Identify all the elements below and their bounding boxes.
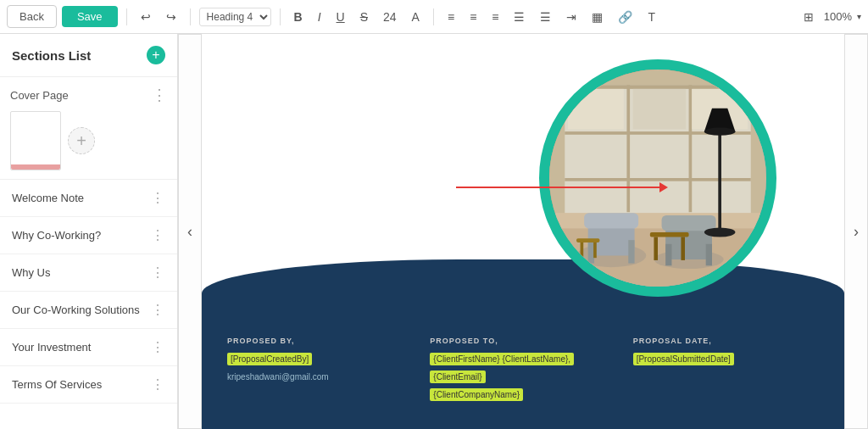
chevron-right-icon: › — [854, 223, 859, 241]
redo-button[interactable]: ↪ — [161, 7, 181, 27]
indent-button[interactable]: ⇥ — [561, 7, 581, 27]
heading-type-select[interactable]: Heading 4 — [199, 8, 271, 26]
svg-rect-31 — [593, 242, 597, 258]
arrow-line — [456, 187, 659, 188]
creator-email: kripeshadwani@gmail.com — [227, 372, 329, 382]
svg-rect-15 — [588, 240, 594, 263]
svg-rect-28 — [681, 237, 685, 259]
svg-rect-22 — [718, 131, 721, 232]
proposal-created-by-field[interactable]: [ProposalCreatedBy] — [227, 353, 312, 365]
align-left-button[interactable]: ≡ — [442, 7, 459, 27]
red-arrow — [456, 182, 668, 192]
add-page-button[interactable]: + — [68, 127, 95, 154]
sidebar-title: Sections List — [12, 48, 91, 63]
client-name-field[interactable]: {ClientFirstName} {ClientLastName}, — [430, 353, 574, 365]
main-layout: Sections List + Cover Page ⋮ + Welcome N… — [0, 34, 868, 429]
svg-rect-2 — [565, 85, 750, 89]
doc-page: PROPOSED BY, [ProposalCreatedBy] kripesh… — [202, 34, 844, 429]
sidebar: Sections List + Cover Page ⋮ + Welcome N… — [0, 34, 178, 429]
add-section-button[interactable]: + — [147, 46, 165, 64]
svg-rect-11 — [549, 213, 766, 228]
canvas-area: ‹ — [178, 34, 868, 429]
svg-rect-6 — [689, 85, 693, 212]
cover-more-icon[interactable]: ⋮ — [152, 86, 167, 104]
bold-button[interactable]: B — [289, 7, 308, 27]
circle-interior — [549, 70, 766, 287]
svg-rect-4 — [565, 178, 750, 181]
toolbar-divider-1 — [126, 8, 127, 25]
align-center-button[interactable]: ≡ — [465, 7, 481, 27]
cover-thumbnail[interactable] — [10, 111, 61, 170]
sidebar-item-menu-icon[interactable]: ⋮ — [151, 190, 165, 206]
canvas-page: PROPOSED BY, [ProposalCreatedBy] kripesh… — [202, 34, 844, 429]
sidebar-item-menu-icon[interactable]: ⋮ — [151, 302, 165, 318]
sidebar-item-menu-icon[interactable]: ⋮ — [151, 339, 165, 355]
cover-section: Cover Page ⋮ + — [0, 77, 177, 180]
svg-point-24 — [704, 128, 736, 136]
sidebar-item-welcome-note[interactable]: Welcome Note ⋮ — [0, 180, 177, 217]
top-toolbar: Back Save ↩ ↪ Heading 4 B I U S 24 A ≡ ≡… — [0, 0, 868, 34]
section-list: Welcome Note ⋮ Why Co-Working? ⋮ Why Us … — [0, 180, 177, 404]
svg-rect-7 — [568, 89, 624, 130]
sidebar-item-label: Terms Of Services — [12, 378, 102, 391]
toolbar-divider-4 — [433, 8, 434, 25]
sidebar-item-your-investment[interactable]: Your Investment ⋮ — [0, 329, 177, 366]
sidebar-item-terms-of-services[interactable]: Terms Of Services ⋮ — [0, 366, 177, 404]
next-page-button[interactable]: › — [844, 34, 868, 429]
strikethrough-button[interactable]: S — [355, 7, 373, 27]
sidebar-item-menu-icon[interactable]: ⋮ — [151, 376, 165, 393]
svg-rect-19 — [662, 215, 716, 231]
underline-button[interactable]: U — [331, 7, 350, 27]
list-button[interactable]: ☰ — [509, 7, 530, 27]
chevron-left-icon: ‹ — [187, 223, 192, 241]
sidebar-item-why-co-working[interactable]: Why Co-Working? ⋮ — [0, 217, 177, 254]
bottom-content: PROPOSED BY, [ProposalCreatedBy] kripesh… — [202, 320, 844, 421]
proposed-by-label: PROPOSED BY, — [227, 337, 413, 345]
sidebar-item-label: Welcome Note — [12, 192, 84, 204]
svg-rect-8 — [633, 89, 686, 130]
toolbar-right: ⊞ 100% ▾ — [798, 7, 861, 27]
toolbar-divider-2 — [190, 8, 191, 25]
cover-thumbs: + — [10, 111, 167, 170]
sidebar-item-why-us[interactable]: Why Us ⋮ — [0, 254, 177, 292]
svg-rect-26 — [650, 232, 689, 237]
svg-rect-29 — [576, 238, 599, 242]
client-email-field[interactable]: {ClientEmail} — [430, 370, 485, 383]
save-button[interactable]: Save — [62, 6, 118, 27]
proposed-to-label: PROPOSED To, — [430, 337, 615, 345]
font-size-button[interactable]: 24 — [378, 7, 402, 27]
svg-rect-27 — [654, 237, 658, 259]
svg-rect-5 — [626, 85, 630, 212]
italic-button[interactable]: I — [313, 7, 326, 27]
sidebar-item-menu-icon[interactable]: ⋮ — [151, 265, 165, 281]
svg-rect-21 — [706, 244, 712, 266]
zoom-label: 100% — [824, 10, 852, 23]
zoom-chevron-icon[interactable]: ▾ — [857, 12, 861, 21]
cover-label: Cover Page ⋮ — [10, 86, 167, 104]
proposal-date-field[interactable]: [ProposalSubmittedDate] — [633, 353, 734, 365]
text-button[interactable]: T — [643, 7, 660, 27]
prev-page-button[interactable]: ‹ — [178, 34, 202, 429]
proposed-to-column: PROPOSED To, {ClientFirstName} {ClientLa… — [430, 337, 615, 404]
toolbar-divider-3 — [280, 8, 281, 25]
svg-rect-30 — [581, 242, 584, 258]
proposal-date-column: PROPOSAL DATE, [ProposalSubmittedDate] — [633, 337, 819, 404]
sidebar-item-label: Why Co-Working? — [12, 229, 101, 242]
svg-rect-20 — [665, 244, 671, 266]
proposed-by-column: PROPOSED BY, [ProposalCreatedBy] kripesh… — [227, 337, 413, 404]
back-button[interactable]: Back — [7, 5, 57, 28]
sidebar-item-co-working-solutions[interactable]: Our Co-Working Solutions ⋮ — [0, 292, 177, 329]
table-button[interactable]: ▦ — [587, 7, 608, 27]
undo-button[interactable]: ↩ — [136, 7, 156, 27]
ordered-list-button[interactable]: ☰ — [535, 7, 556, 27]
font-color-button[interactable]: A — [407, 7, 425, 27]
client-company-field[interactable]: {ClientCompanyName} — [430, 388, 523, 401]
sidebar-item-menu-icon[interactable]: ⋮ — [151, 227, 165, 243]
align-right-button[interactable]: ≡ — [487, 7, 504, 27]
sidebar-item-label: Why Us — [12, 266, 51, 279]
link-button[interactable]: 🔗 — [613, 7, 637, 27]
sidebar-item-label: Your Investment — [12, 341, 91, 354]
grid-view-button[interactable]: ⊞ — [798, 7, 819, 27]
cover-label-text: Cover Page — [10, 89, 69, 102]
proposal-date-label: PROPOSAL DATE, — [633, 337, 819, 345]
